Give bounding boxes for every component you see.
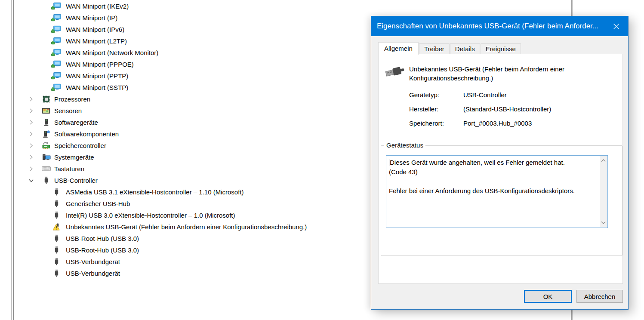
- network-adapter-icon: [51, 14, 62, 22]
- dialog-title: Eigenschaften von Unbekanntes USB-Gerät …: [377, 22, 598, 31]
- scroll-down-icon[interactable]: [600, 219, 607, 226]
- tree-item-label: WAN Miniport (IKEv2): [66, 3, 129, 10]
- tree-item[interactable]: Intel(R) USB 3.0 eXtensible-Hostcontroll…: [0, 209, 370, 221]
- device-field-row: Gerätetyp:USB-Controller: [409, 91, 551, 100]
- tree-item-label: WAN Miniport (PPPOE): [66, 61, 134, 68]
- tab-details[interactable]: Details: [450, 43, 480, 54]
- chevron-right-icon[interactable]: [27, 166, 35, 172]
- tab-page-general: Unbekanntes USB-Gerät (Fehler beim Anfor…: [378, 54, 623, 284]
- status-line: Fehler bei einer Anforderung des USB-Kon…: [389, 186, 597, 196]
- tree-item-label: USB-Verbundgerät: [66, 270, 120, 277]
- tree-item[interactable]: Speichercontroller: [0, 140, 370, 151]
- device-field-row: Hersteller:(Standard-USB-Hostcontroller): [409, 105, 551, 114]
- software-device-icon: [41, 118, 51, 126]
- keyboard-icon: [41, 166, 51, 172]
- tree-item-label: Tastaturen: [54, 165, 84, 172]
- usb-icon: [51, 258, 62, 266]
- tree-item-label: WAN Miniport (PPTP): [66, 72, 128, 80]
- field-value: (Standard-USB-Hostcontroller): [463, 105, 551, 114]
- chevron-right-icon[interactable]: [27, 108, 35, 114]
- dialog-titlebar[interactable]: Eigenschaften von Unbekanntes USB-Gerät …: [371, 16, 628, 36]
- screen: WAN Miniport (IKEv2)WAN Miniport (IP)WAN…: [0, 0, 644, 320]
- tree-item-label: Sensoren: [54, 107, 82, 114]
- tab-strip: AllgemeinTreiberDetailsEreignisse: [378, 42, 521, 54]
- tree-item[interactable]: Tastaturen: [0, 163, 370, 175]
- chevron-down-icon[interactable]: [27, 178, 35, 183]
- tree-item-label: USB-Root-Hub (USB 3.0): [66, 235, 139, 242]
- tree-item[interactable]: WAN Miniport (IPv6): [0, 24, 370, 35]
- properties-dialog: Eigenschaften von Unbekanntes USB-Gerät …: [371, 16, 629, 310]
- status-line: [389, 177, 597, 186]
- chevron-right-icon[interactable]: [27, 154, 35, 160]
- tree-item[interactable]: Softwarekomponenten: [0, 128, 370, 140]
- tree-item[interactable]: Softwaregeräte: [0, 117, 370, 128]
- device-status-group: Gerätestatus Dieses Gerät wurde angehalt…: [381, 145, 622, 256]
- usb-icon: [41, 176, 51, 185]
- status-line: Dieses Gerät wurde angehalten, weil es F…: [389, 158, 597, 167]
- usb-icon: [51, 188, 62, 196]
- tree-item-label: WAN Miniport (IP): [66, 14, 117, 22]
- tree-item[interactable]: USB-Root-Hub (USB 3.0): [0, 233, 370, 244]
- tree-item-label: WAN Miniport (Network Monitor): [66, 49, 158, 56]
- field-value: USB-Controller: [463, 91, 507, 100]
- tree-item[interactable]: WAN Miniport (Network Monitor): [0, 47, 370, 58]
- tree-item[interactable]: WAN Miniport (L2TP): [0, 35, 370, 47]
- tree-item-label: Unbekanntes USB-Gerät (Fehler beim Anfor…: [66, 223, 307, 231]
- tree-item[interactable]: USB-Root-Hub (USB 3.0): [0, 244, 370, 256]
- tree-item[interactable]: USB-Verbundgerät: [0, 256, 370, 268]
- tree-item-label: Prozessoren: [54, 95, 90, 103]
- tree-item-label: Generischer USB-Hub: [66, 200, 130, 207]
- software-component-icon: [41, 130, 51, 138]
- device-tree: WAN Miniport (IKEv2)WAN Miniport (IP)WAN…: [0, 0, 370, 279]
- network-adapter-icon: [51, 72, 62, 80]
- tree-item-label: Systemgeräte: [54, 154, 94, 161]
- tree-item-label: Speichercontroller: [54, 142, 106, 149]
- tree-item[interactable]: Prozessoren: [0, 93, 370, 105]
- tab-ereignisse[interactable]: Ereignisse: [481, 43, 521, 54]
- device-status-textbox[interactable]: Dieses Gerät wurde angehalten, weil es F…: [386, 155, 608, 228]
- tree-item[interactable]: WAN Miniport (PPTP): [0, 70, 370, 82]
- device-status-text: Dieses Gerät wurde angehalten, weil es F…: [389, 158, 597, 196]
- chevron-right-icon[interactable]: [27, 143, 35, 148]
- chevron-right-icon[interactable]: [27, 131, 35, 137]
- device-fields: Gerätetyp:USB-ControllerHersteller:(Stan…: [409, 91, 551, 134]
- tree-item-label: WAN Miniport (SSTP): [66, 84, 128, 91]
- tree-item-label: USB-Verbundgerät: [66, 258, 120, 265]
- tree-item[interactable]: USB-Verbundgerät: [0, 268, 370, 279]
- chevron-right-icon[interactable]: [27, 120, 35, 125]
- network-adapter-icon: [51, 25, 62, 34]
- tree-item-label: Softwarekomponenten: [54, 130, 119, 138]
- network-adapter-icon: [51, 49, 62, 57]
- tree-item[interactable]: Unbekanntes USB-Gerät (Fehler beim Anfor…: [0, 221, 370, 233]
- storage-controller-icon: [41, 142, 51, 150]
- tree-item[interactable]: WAN Miniport (PPPOE): [0, 58, 370, 70]
- tree-item-label: WAN Miniport (L2TP): [66, 37, 127, 45]
- usb-icon: [51, 269, 62, 277]
- field-label: Speicherort:: [409, 120, 463, 128]
- usb-icon: [51, 234, 62, 243]
- ok-button[interactable]: OK: [524, 290, 572, 303]
- tab-allgemein[interactable]: Allgemein: [378, 42, 419, 55]
- status-scrollbar[interactable]: [600, 156, 607, 227]
- scroll-up-icon[interactable]: [600, 157, 607, 164]
- tree-item-label: Intel(R) USB 3.0 eXtensible-Hostcontroll…: [66, 212, 235, 219]
- status-line: (Code 43): [389, 167, 597, 177]
- close-button[interactable]: [607, 20, 626, 33]
- tab-treiber[interactable]: Treiber: [419, 43, 450, 54]
- tree-item[interactable]: WAN Miniport (IP): [0, 12, 370, 24]
- device-status-legend: Gerätestatus: [384, 142, 425, 149]
- sensor-icon: [41, 108, 51, 114]
- tree-item[interactable]: WAN Miniport (SSTP): [0, 82, 370, 93]
- network-adapter-icon: [51, 37, 62, 45]
- usb-warning-icon: [51, 223, 62, 231]
- device-field-row: Speicherort:Port_#0003.Hub_#0003: [409, 120, 551, 128]
- tree-item[interactable]: Systemgeräte: [0, 151, 370, 163]
- tree-item[interactable]: Generischer USB-Hub: [0, 198, 370, 209]
- tree-item[interactable]: Sensoren: [0, 105, 370, 117]
- tree-item[interactable]: ASMedia USB 3.1 eXtensible-Hostcontrolle…: [0, 186, 370, 198]
- tree-item[interactable]: WAN Miniport (IKEv2): [0, 0, 370, 12]
- tree-item[interactable]: USB-Controller: [0, 175, 370, 186]
- cancel-button[interactable]: Abbrechen: [576, 290, 623, 303]
- chevron-right-icon[interactable]: [27, 96, 35, 102]
- field-label: Gerätetyp:: [409, 91, 463, 100]
